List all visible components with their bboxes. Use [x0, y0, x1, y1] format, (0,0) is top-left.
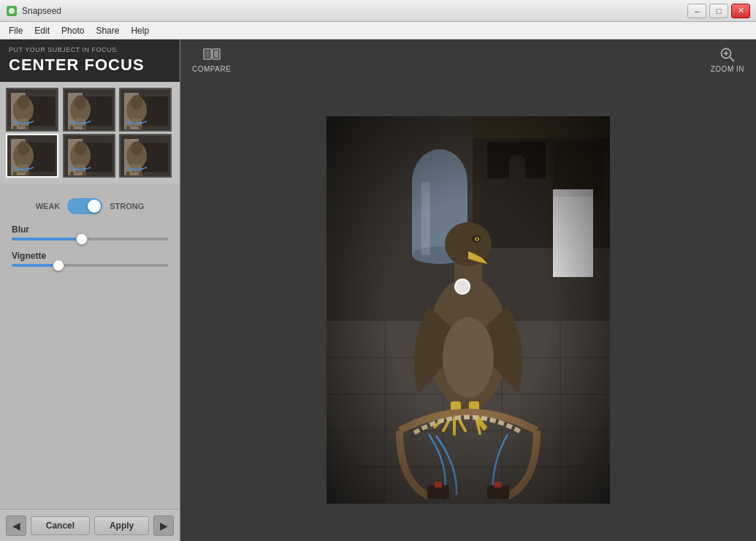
title-bar: Snapseed – □ ✕ [0, 0, 756, 22]
window-title: Snapseed [22, 6, 61, 16]
svg-rect-52 [205, 50, 210, 58]
svg-rect-40 [70, 172, 74, 178]
weak-label: WEAK [36, 202, 61, 211]
zoom-in-icon [719, 46, 736, 64]
svg-point-6 [18, 95, 29, 110]
vignette-track[interactable] [12, 264, 168, 267]
photo-svg [327, 116, 610, 504]
svg-rect-25 [139, 126, 142, 132]
svg-rect-68 [509, 160, 525, 219]
thumbnail-6[interactable] [119, 134, 172, 178]
svg-point-82 [445, 222, 492, 266]
left-panel: PUT YOUR SUBJECT IN FOCUS. CENTER FOCUS [0, 39, 180, 541]
eagle-photo [327, 116, 610, 504]
compare-icon [203, 46, 221, 64]
panel-header: PUT YOUR SUBJECT IN FOCUS. CENTER FOCUS [0, 39, 180, 82]
restore-button[interactable]: □ [709, 4, 728, 18]
svg-rect-66 [553, 189, 593, 277]
svg-rect-60 [473, 116, 610, 138]
blur-label: Blur [12, 224, 168, 235]
blur-fill [12, 238, 82, 241]
controls-area: WEAK STRONG Blur Vignette [0, 184, 180, 509]
thumbnail-1[interactable] [6, 88, 58, 132]
thumbnail-2[interactable] [63, 88, 115, 132]
bottom-bar: ◀ Cancel Apply ▶ [0, 509, 180, 541]
svg-point-22 [131, 95, 142, 110]
svg-rect-41 [83, 172, 86, 178]
svg-rect-49 [139, 172, 142, 178]
thumbnail-5[interactable] [63, 134, 115, 178]
svg-point-38 [75, 141, 86, 156]
vignette-slider-group: Vignette [12, 251, 168, 267]
blur-track[interactable] [12, 238, 168, 241]
svg-point-46 [131, 141, 142, 156]
svg-point-30 [18, 141, 29, 156]
svg-rect-9 [26, 126, 29, 132]
svg-rect-67 [553, 189, 593, 197]
close-button[interactable]: ✕ [731, 4, 750, 18]
blur-thumb[interactable] [76, 233, 88, 245]
svg-rect-92 [421, 182, 430, 255]
next-button[interactable]: ▶ [153, 515, 174, 536]
svg-rect-17 [83, 126, 86, 132]
compare-label: COMPARE [192, 65, 231, 73]
app-body: PUT YOUR SUBJECT IN FOCUS. CENTER FOCUS [0, 39, 756, 541]
svg-point-14 [75, 95, 86, 110]
app-icon [6, 5, 18, 17]
minimize-button[interactable]: – [687, 4, 706, 18]
svg-rect-24 [126, 126, 130, 132]
compare-button[interactable]: COMPARE [192, 46, 231, 73]
photo-container [327, 116, 610, 504]
title-bar-left: Snapseed [6, 5, 61, 17]
focus-dot[interactable] [454, 279, 470, 295]
strong-label: STRONG [110, 202, 144, 211]
svg-rect-32 [13, 172, 17, 178]
svg-rect-53 [214, 50, 218, 58]
svg-rect-8 [13, 126, 17, 132]
strength-toggle[interactable] [67, 198, 102, 214]
menu-bar: FileEditPhotoShareHelp [0, 22, 756, 39]
svg-point-85 [476, 238, 478, 241]
panel-subtitle: PUT YOUR SUBJECT IN FOCUS. [9, 46, 171, 53]
zoom-in-button[interactable]: ZOOM IN [711, 46, 744, 73]
svg-rect-16 [70, 126, 74, 132]
menu-item-edit[interactable]: Edit [28, 24, 56, 37]
right-panel: COMPARE ZOOM IN [180, 39, 756, 541]
thumbnail-3[interactable] [119, 88, 172, 132]
menu-item-help[interactable]: Help [125, 24, 155, 37]
cancel-button[interactable]: Cancel [31, 516, 90, 535]
thumbnail-4[interactable] [6, 134, 58, 178]
menu-item-file[interactable]: File [3, 24, 28, 37]
strength-toggle-row: WEAK STRONG [12, 198, 168, 214]
window-controls: – □ ✕ [687, 4, 750, 18]
blur-slider-group: Blur [12, 224, 168, 241]
apply-button[interactable]: Apply [94, 516, 149, 535]
vignette-thumb[interactable] [53, 260, 64, 271]
menu-item-photo[interactable]: Photo [56, 24, 90, 37]
svg-rect-90 [435, 482, 442, 488]
svg-rect-33 [26, 172, 29, 178]
vignette-fill [12, 264, 58, 267]
thumbnails-grid [0, 82, 180, 184]
menu-item-share[interactable]: Share [90, 24, 125, 37]
svg-point-69 [509, 154, 525, 166]
zoom-in-label: ZOOM IN [711, 65, 744, 73]
top-toolbar: COMPARE ZOOM IN [180, 39, 756, 79]
panel-title: CENTER FOCUS [9, 56, 171, 75]
svg-line-57 [730, 57, 734, 61]
prev-button[interactable]: ◀ [6, 515, 26, 536]
svg-rect-48 [126, 172, 130, 178]
toggle-thumb [88, 200, 101, 213]
photo-area [180, 79, 756, 541]
svg-rect-91 [495, 482, 502, 488]
vignette-label: Vignette [12, 251, 168, 261]
svg-point-80 [443, 317, 494, 398]
svg-point-1 [9, 8, 15, 14]
